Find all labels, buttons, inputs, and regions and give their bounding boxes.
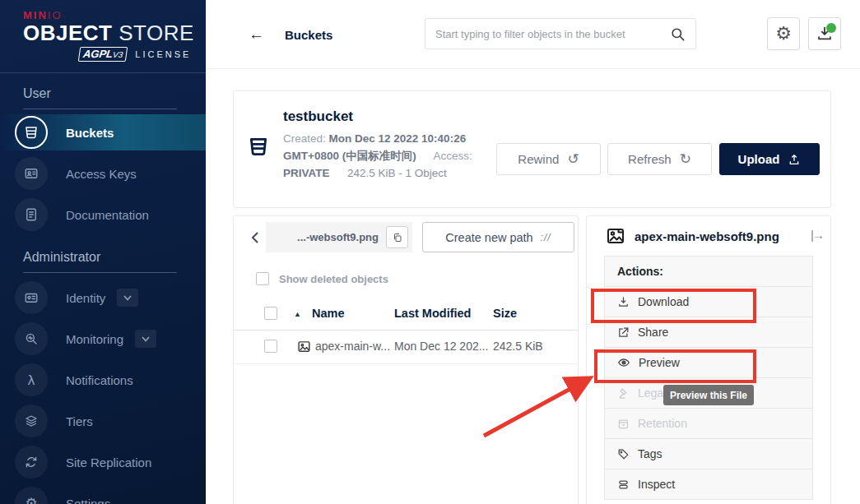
back-to-buckets-link[interactable]: ← Buckets: [249, 25, 332, 44]
download-icon: [617, 296, 630, 308]
sidebar-item-documentation[interactable]: Documentation: [0, 197, 206, 233]
bucket-meta: Created: Mon Dec 12 2022 10:40:26 GMT+08…: [283, 130, 507, 182]
object-details-panel: apex-main-websoft9.png |→ Actions: Downl…: [586, 215, 831, 504]
row-checkbox[interactable]: [264, 340, 277, 353]
sidebar-item-access-keys[interactable]: Access Keys: [0, 155, 206, 192]
inspect-icon: [617, 479, 630, 491]
collapse-panel-icon[interactable]: |→: [811, 228, 823, 242]
section-label-administrator: Administrator: [23, 250, 183, 265]
gear-icon: ⚙: [775, 23, 792, 44]
agpl-badge-version: V3: [112, 50, 123, 59]
license-label: LICENSE: [135, 49, 191, 59]
share-icon: [617, 326, 630, 339]
action-preview[interactable]: Preview: [605, 348, 812, 378]
document-icon: [15, 198, 48, 231]
sidebar-item-label: Tiers: [66, 414, 93, 428]
sidebar-item-label: Monitoring: [66, 332, 123, 346]
access-value: PRIVATE: [283, 167, 330, 179]
lambda-glyph: λ: [28, 373, 35, 387]
current-path: ...-websoft9.png: [297, 231, 379, 243]
sidebar-item-identity[interactable]: Identity: [0, 280, 206, 316]
actions-title-label: Actions:: [617, 265, 663, 278]
section-divider: [23, 109, 177, 109]
minio-logo: MINIO OBJECT STORE AGPLV3 LICENSE: [0, 0, 206, 62]
preview-tooltip: Preview this File: [663, 385, 754, 405]
identity-icon: [15, 281, 48, 314]
action-label: Preview: [639, 356, 680, 369]
chevron-left-icon[interactable]: [245, 223, 263, 252]
sidebar-item-label: Access Keys: [66, 167, 137, 181]
access-label: Access:: [433, 150, 472, 162]
table-row[interactable]: apex-main-w... Mon Dec 12 202... 242.5 K…: [234, 331, 578, 364]
sidebar-item-label: Site Replication: [66, 455, 151, 469]
upload-button[interactable]: Upload: [719, 143, 820, 175]
id-card-icon: [15, 157, 48, 190]
product-wordmark-bold: OBJECT: [23, 21, 112, 45]
sidebar-item-label: Buckets: [66, 126, 114, 140]
action-label: Share: [638, 326, 668, 339]
sidebar-item-buckets[interactable]: Buckets: [0, 114, 206, 150]
object-manager-button[interactable]: [808, 17, 841, 50]
show-deleted-row: Show deleted objects: [256, 272, 388, 285]
create-new-path-button[interactable]: Create new path ://: [422, 222, 574, 252]
action-tags[interactable]: Tags: [605, 439, 812, 469]
refresh-label: Refresh: [628, 152, 672, 166]
object-details-header: apex-main-websoft9.png |→: [587, 216, 830, 256]
action-share[interactable]: Share: [605, 317, 812, 348]
action-download[interactable]: Download: [605, 287, 812, 317]
product-wordmark-light: STORE: [119, 21, 194, 45]
search-input[interactable]: [435, 28, 670, 40]
object-browser-panel: ...-websoft9.png Create new path :// Sho…: [233, 215, 579, 504]
object-name: apex-main-w...: [315, 340, 390, 353]
settings-button[interactable]: ⚙: [767, 17, 800, 50]
back-arrow-icon: ←: [249, 25, 264, 44]
sidebar-item-monitoring[interactable]: Monitoring: [0, 321, 206, 357]
gear-icon: ⚙: [15, 487, 48, 504]
bucket-size-summary: 242.5 KiB - 1 Object: [347, 167, 447, 179]
actions-title: Actions:: [605, 257, 812, 287]
section-label-user: User: [23, 86, 183, 101]
chevron-down-icon[interactable]: [117, 289, 138, 307]
sidebar-item-site-replication[interactable]: Site Replication: [0, 444, 206, 480]
sidebar: MINIO OBJECT STORE AGPLV3 LICENSE User B…: [0, 0, 206, 504]
select-all-checkbox[interactable]: [264, 307, 277, 320]
path-icon: ://: [541, 232, 551, 243]
rewind-label: Rewind: [518, 152, 559, 166]
sidebar-item-settings[interactable]: ⚙ Settings: [0, 485, 206, 504]
show-deleted-checkbox[interactable]: [256, 272, 269, 285]
column-header-name[interactable]: Name: [312, 307, 345, 320]
legal-hold-icon: [617, 387, 630, 400]
rewind-icon: ↺: [567, 150, 579, 168]
action-retention: Retention: [605, 409, 812, 439]
topbar: ← Buckets ⚙: [206, 0, 860, 69]
copy-path-button[interactable]: [386, 226, 408, 248]
section-divider: [23, 272, 177, 273]
column-header-last-modified[interactable]: Last Modified: [394, 307, 471, 320]
sidebar-divider: [0, 72, 206, 73]
action-inspect[interactable]: Inspect: [605, 469, 812, 500]
sidebar-item-tiers[interactable]: Tiers: [0, 403, 206, 439]
bucket-icon: [15, 116, 48, 149]
chevron-down-icon[interactable]: [135, 330, 156, 348]
action-label: Tags: [638, 447, 662, 460]
back-label: Buckets: [285, 28, 332, 42]
layers-icon: [15, 405, 48, 437]
object-size: 242.5 KiB: [493, 340, 543, 353]
sync-icon: [15, 446, 48, 479]
agpl-badge: AGPLV3: [78, 47, 128, 62]
sidebar-item-notifications[interactable]: λ Notifications: [0, 362, 206, 398]
sidebar-item-label: Identity: [66, 291, 105, 305]
tag-icon: [617, 448, 630, 460]
current-path-bar: ...-websoft9.png: [266, 222, 412, 252]
column-header-size[interactable]: Size: [493, 307, 517, 320]
action-label: Inspect: [638, 478, 675, 491]
search-icon: [670, 26, 686, 42]
action-label: Download: [638, 295, 689, 308]
rewind-button[interactable]: Rewind ↺: [496, 143, 601, 175]
gear-glyph: ⚙: [25, 497, 37, 504]
refresh-button[interactable]: Refresh ↻: [607, 143, 712, 175]
minio-wordmark: MINIO: [23, 9, 206, 21]
image-file-icon: [297, 340, 311, 354]
sidebar-item-label: Notifications: [66, 373, 133, 387]
sidebar-item-label: Documentation: [66, 208, 149, 222]
